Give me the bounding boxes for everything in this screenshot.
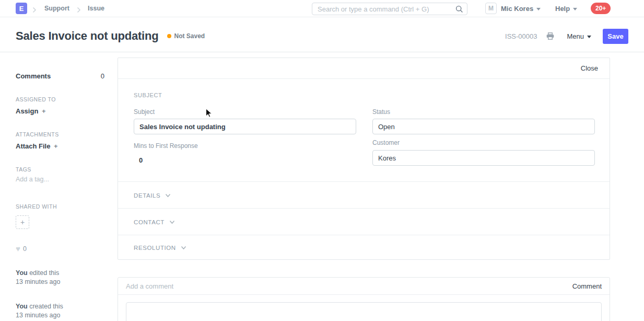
comment-button[interactable]: Comment [572, 278, 602, 295]
not-saved-indicator: Not Saved [167, 32, 205, 40]
section-toggle-resolution[interactable]: RESOLUTION [118, 235, 610, 259]
mins-to-first-response-value: 0 [139, 156, 143, 164]
close-button[interactable]: Close [581, 58, 598, 79]
attachments-heading: ATTACHMENTS [16, 131, 59, 137]
attach-file-label: Attach File [16, 142, 50, 150]
status-label: Status [372, 108, 390, 116]
assign-button[interactable]: Assign + [16, 107, 46, 115]
chevron-down-icon [181, 246, 186, 250]
page: E Support Issue M Mic Kores Help 20+ [0, 0, 644, 321]
form-card: Close SUBJECT Subject Status Mins to Fir… [118, 58, 610, 260]
plus-icon: + [54, 142, 58, 150]
activity-time: 13 minutes ago [16, 312, 60, 319]
heart-icon: ♥ [16, 245, 20, 253]
activity-time: 13 minutes ago [16, 278, 60, 285]
print-icon[interactable] [546, 32, 554, 40]
activity-action: edited this [29, 269, 59, 277]
chevron-down-icon [165, 193, 171, 198]
sidebar-comments-link[interactable]: Comments 0 [16, 72, 104, 80]
subject-input[interactable] [134, 119, 356, 134]
page-head: Sales Invoice not updating Not Saved ISS… [0, 17, 644, 52]
caret-down-icon [573, 8, 577, 10]
section-label: CONTACT [134, 219, 165, 225]
activity-action: created this [29, 303, 63, 310]
comments-label: Comments [16, 72, 51, 80]
likes-count: 0 [23, 245, 27, 253]
chevron-down-icon [169, 220, 175, 224]
section-label: DETAILS [134, 192, 160, 199]
shared-with-heading: SHARED WITH [16, 203, 57, 210]
breadcrumb-chevron-icon [32, 6, 37, 15]
caret-down-icon [587, 36, 591, 38]
assign-label: Assign [16, 107, 38, 115]
customer-label: Customer [372, 139, 400, 146]
assigned-to-heading: ASSIGNED TO [16, 96, 56, 102]
breadcrumb-support[interactable]: Support [44, 0, 69, 17]
comment-header: Add a comment Comment [118, 278, 610, 295]
add-share-button[interactable]: + [16, 215, 29, 229]
form-toolbar: Close [118, 58, 610, 79]
search-input[interactable] [312, 3, 467, 15]
user-name: Mic Kores [501, 5, 533, 13]
section-toggle-details[interactable]: DETAILS [118, 181, 610, 208]
indicator-label: Not Saved [174, 32, 205, 40]
unsaved-dot-icon [167, 34, 171, 38]
activity-actor: You [16, 303, 28, 310]
subject-label: Subject [134, 108, 155, 116]
doc-id: ISS-00003 [505, 32, 537, 40]
save-button[interactable]: Save [603, 29, 628, 44]
caret-down-icon [536, 8, 541, 10]
global-search [312, 3, 467, 15]
mins-to-first-response-label: Mins to First Response [134, 142, 198, 150]
add-tag-input[interactable]: Add a tag... [16, 176, 49, 183]
search-icon[interactable] [455, 5, 463, 15]
help-menu[interactable]: Help [555, 0, 577, 17]
activity-edited: You edited this 13 minutes ago [16, 269, 60, 286]
section-heading-subject: SUBJECT [134, 92, 162, 98]
user-avatar[interactable]: M [485, 3, 497, 14]
customer-input[interactable] [372, 150, 595, 166]
section-toggle-contact[interactable]: CONTACT [118, 208, 610, 235]
add-comment-field[interactable]: Add a comment [126, 278, 173, 295]
like-button[interactable]: ♥ 0 [16, 245, 27, 253]
comments-count: 0 [101, 72, 104, 80]
section-label: RESOLUTION [134, 245, 176, 251]
menu-label: Menu [567, 32, 584, 40]
app-logo[interactable]: E [16, 3, 27, 14]
user-menu[interactable]: Mic Kores [501, 0, 541, 17]
tags-heading: TAGS [16, 166, 31, 173]
breadcrumb-issue[interactable]: Issue [88, 0, 104, 17]
comment-card: Add a comment Comment [118, 277, 610, 321]
form-sidebar: Comments 0 ASSIGNED TO Assign + ATTACHME… [0, 52, 118, 321]
navbar: E Support Issue M Mic Kores Help 20+ [0, 0, 644, 17]
status-input[interactable] [372, 119, 595, 134]
page-title: Sales Invoice not updating [16, 29, 159, 43]
attach-file-button[interactable]: Attach File + [16, 142, 58, 150]
plus-icon: + [42, 107, 46, 115]
menu-button[interactable]: Menu [567, 32, 591, 40]
notifications-badge[interactable]: 20+ [591, 3, 611, 14]
help-label: Help [555, 5, 570, 13]
comment-input-box[interactable] [126, 302, 602, 321]
breadcrumb-chevron-icon [77, 6, 81, 15]
activity-created: You created this 13 minutes ago [16, 302, 63, 320]
activity-actor: You [16, 269, 28, 277]
